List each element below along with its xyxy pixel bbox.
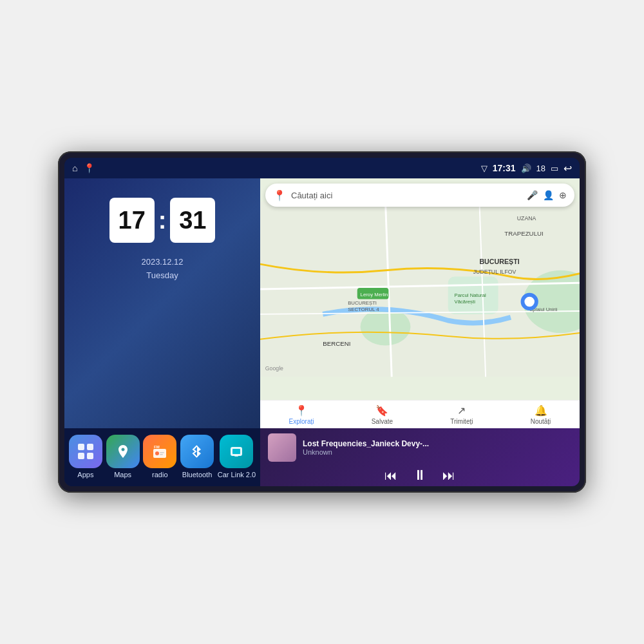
maps-pin-icon: 📍 — [273, 189, 286, 202]
saved-icon: 🔖 — [375, 404, 388, 417]
clock-minutes: 31 — [170, 198, 215, 243]
music-info-row: Lost Frequencies_Janieck Devy-... Unknow… — [268, 433, 572, 462]
next-button[interactable]: ⏭ — [442, 468, 455, 483]
status-left-icons: ⌂ 📍 — [72, 163, 95, 173]
map-svg: BUCUREȘTI JUDEȚUL ILFOV TRAPEZULUI UZANA… — [260, 178, 580, 400]
maps-icon — [106, 435, 140, 468]
svg-text:Parcul Natural: Parcul Natural — [454, 292, 486, 298]
svg-text:TRAPEZULUI: TRAPEZULUI — [504, 230, 543, 237]
volume-icon: 🔊 — [521, 164, 531, 173]
nav-saved[interactable]: 🔖 Salvate — [372, 404, 393, 425]
bottom-section: Apps Maps — [64, 428, 580, 486]
status-right-info: ▽ 17:31 🔊 18 ▭ ↩ — [481, 162, 572, 175]
app-item-apps[interactable]: Apps — [69, 435, 102, 478]
svg-rect-33 — [232, 449, 240, 454]
svg-text:SECTORUL 4: SECTORUL 4 — [348, 307, 379, 312]
music-text: Lost Frequencies_Janieck Devy-... Unknow… — [303, 439, 572, 456]
carlink-label: Car Link 2.0 — [218, 471, 256, 478]
svg-text:JUDEȚUL ILFOV: JUDEȚUL ILFOV — [473, 269, 516, 275]
status-time: 17:31 — [493, 163, 516, 173]
app-item-carlink[interactable]: Car Link 2.0 — [218, 435, 256, 478]
search-text[interactable]: Căutați aici — [291, 191, 522, 200]
carlink-icon — [220, 435, 253, 468]
svg-text:BUCUREȘTI: BUCUREȘTI — [348, 300, 377, 306]
explore-label: Explorați — [289, 418, 314, 425]
map-area[interactable]: BUCUREȘTI JUDEȚUL ILFOV TRAPEZULUI UZANA… — [260, 178, 580, 400]
explore-icon: 📍 — [295, 404, 308, 417]
svg-text:Google: Google — [265, 365, 283, 372]
layers-icon[interactable]: ⊕ — [559, 190, 567, 200]
right-panel: BUCUREȘTI JUDEȚUL ILFOV TRAPEZULUI UZANA… — [260, 178, 580, 428]
nav-explore[interactable]: 📍 Explorați — [289, 404, 314, 425]
clock-widget: 17 : 31 — [77, 198, 247, 243]
svg-text:Văcărești: Văcărești — [454, 299, 475, 305]
svg-rect-23 — [78, 444, 84, 450]
device-screen: ⌂ 📍 ▽ 17:31 🔊 18 ▭ ↩ 17 : 31 — [64, 158, 580, 486]
map-search-bar[interactable]: 📍 Căutați aici 🎤 👤 ⊕ — [265, 184, 574, 207]
clock-hours: 17 — [109, 198, 155, 243]
news-label: Noutăți — [531, 418, 551, 425]
apps-label: Apps — [77, 471, 93, 478]
app-item-radio[interactable]: FM radio — [143, 435, 176, 478]
svg-text:UZANA: UZANA — [517, 215, 536, 222]
music-artist: Unknown — [303, 448, 572, 456]
svg-rect-26 — [87, 453, 93, 459]
battery-icon: ▭ — [551, 164, 558, 173]
app-item-bluetooth[interactable]: Bluetooth — [180, 435, 214, 478]
album-art — [268, 433, 296, 462]
svg-rect-30 — [160, 454, 163, 455]
signal-icon: ▽ — [481, 164, 488, 173]
nav-news[interactable]: 🔔 Noutăți — [531, 404, 551, 425]
account-icon[interactable]: 👤 — [543, 190, 554, 200]
app-icons-row: Apps Maps — [64, 428, 260, 486]
map-bottom-bar: 📍 Explorați 🔖 Salvate ↗ Trimiteți 🔔 Nout… — [260, 400, 580, 428]
status-bar: ⌂ 📍 ▽ 17:31 🔊 18 ▭ ↩ — [64, 158, 580, 178]
play-pause-button[interactable]: ⏸ — [413, 467, 427, 484]
svg-text:Leroy Merlin: Leroy Merlin — [361, 292, 388, 298]
bluetooth-label: Bluetooth — [182, 471, 212, 478]
app-item-maps[interactable]: Maps — [106, 435, 140, 478]
left-panel: 17 : 31 2023.12.12 Tuesday — [64, 178, 260, 428]
send-icon: ↗ — [457, 404, 466, 417]
day-value: Tuesday — [77, 269, 247, 283]
mic-icon[interactable]: 🎤 — [527, 190, 538, 200]
maps-status-icon[interactable]: 📍 — [84, 163, 95, 173]
svg-point-28 — [155, 451, 159, 455]
bluetooth-icon — [180, 435, 214, 468]
svg-rect-34 — [234, 455, 238, 457]
music-title: Lost Frequencies_Janieck Devy-... — [303, 439, 431, 448]
music-player: Lost Frequencies_Janieck Devy-... Unknow… — [260, 428, 580, 486]
saved-label: Salvate — [372, 418, 393, 425]
svg-text:BERCENI: BERCENI — [323, 340, 350, 347]
music-controls: ⏮ ⏸ ⏭ — [268, 467, 572, 484]
svg-rect-24 — [87, 444, 93, 450]
nav-send[interactable]: ↗ Trimiteți — [450, 404, 473, 425]
album-art-inner — [268, 433, 296, 462]
date-value: 2023.12.12 — [77, 256, 247, 269]
main-content: 17 : 31 2023.12.12 Tuesday — [64, 178, 580, 428]
svg-rect-25 — [78, 453, 84, 459]
date-info: 2023.12.12 Tuesday — [77, 256, 247, 283]
svg-text:BUCUREȘTI: BUCUREȘTI — [479, 258, 519, 265]
prev-button[interactable]: ⏮ — [384, 468, 397, 483]
svg-rect-29 — [160, 452, 164, 453]
svg-point-22 — [524, 297, 535, 307]
home-icon[interactable]: ⌂ — [72, 163, 77, 173]
back-icon[interactable]: ↩ — [564, 162, 572, 175]
radio-icon: FM — [143, 435, 176, 468]
battery-value: 18 — [536, 164, 545, 173]
send-label: Trimiteți — [450, 418, 473, 425]
radio-label: radio — [152, 471, 167, 478]
news-icon: 🔔 — [535, 404, 547, 417]
clock-colon: : — [158, 207, 167, 234]
maps-label: Maps — [114, 471, 131, 478]
apps-icon — [69, 435, 102, 468]
device-body: ⌂ 📍 ▽ 17:31 🔊 18 ▭ ↩ 17 : 31 — [58, 151, 586, 493]
svg-text:FM: FM — [154, 445, 160, 449]
search-right-icons: 🎤 👤 ⊕ — [527, 190, 567, 200]
